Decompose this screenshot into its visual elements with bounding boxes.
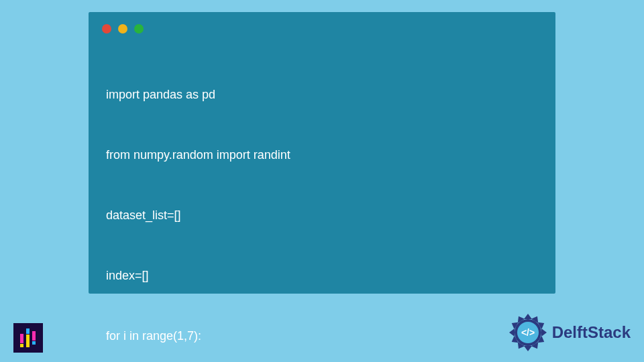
svg-marker-12	[524, 346, 532, 351]
svg-rect-2	[26, 328, 30, 334]
gear-icon: </>	[508, 312, 548, 353]
svg-rect-3	[26, 335, 30, 347]
bars-icon	[19, 327, 38, 349]
close-icon	[102, 24, 111, 34]
brand-badge: </> DelftStack	[508, 312, 631, 353]
svg-rect-5	[32, 341, 36, 345]
code-line: dataset_list=[]	[106, 205, 542, 225]
svg-rect-4	[32, 331, 36, 341]
site-logo-left	[13, 323, 43, 353]
code-line: index=[]	[106, 265, 542, 286]
svg-text:</>: </>	[521, 327, 535, 338]
code-block: import pandas as pd from numpy.random im…	[106, 44, 542, 362]
code-window: import pandas as pd from numpy.random im…	[89, 12, 555, 294]
brand-name: DelftStack	[552, 323, 631, 342]
minimize-icon	[118, 24, 127, 34]
svg-marker-15	[509, 328, 515, 337]
svg-marker-9	[541, 328, 547, 337]
window-traffic-lights	[102, 24, 144, 34]
code-line: import pandas as pd	[106, 84, 542, 105]
code-line: from numpy.random import randint	[106, 145, 542, 165]
maximize-icon	[134, 24, 144, 34]
svg-rect-1	[20, 344, 23, 347]
code-line: for i in range(1,7):	[106, 326, 542, 346]
svg-marker-6	[524, 314, 532, 319]
svg-rect-0	[20, 334, 23, 343]
